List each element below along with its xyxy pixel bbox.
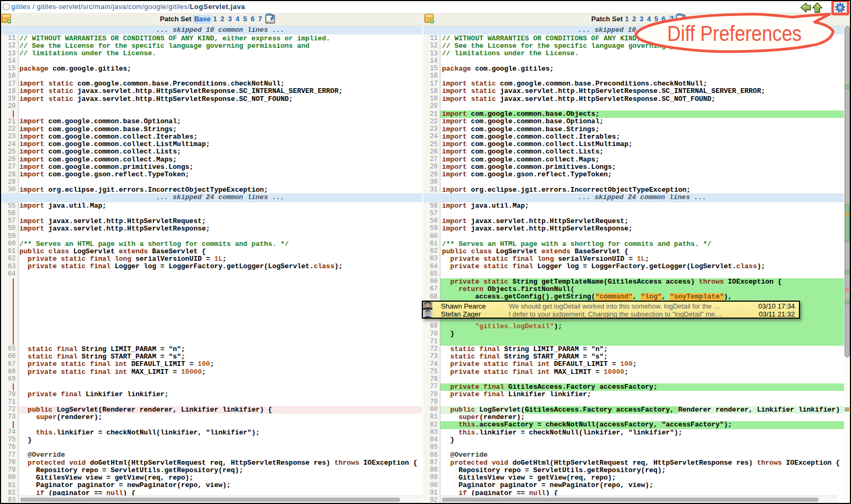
svg-text:Diff Preferences: Diff Preferences xyxy=(667,21,802,46)
